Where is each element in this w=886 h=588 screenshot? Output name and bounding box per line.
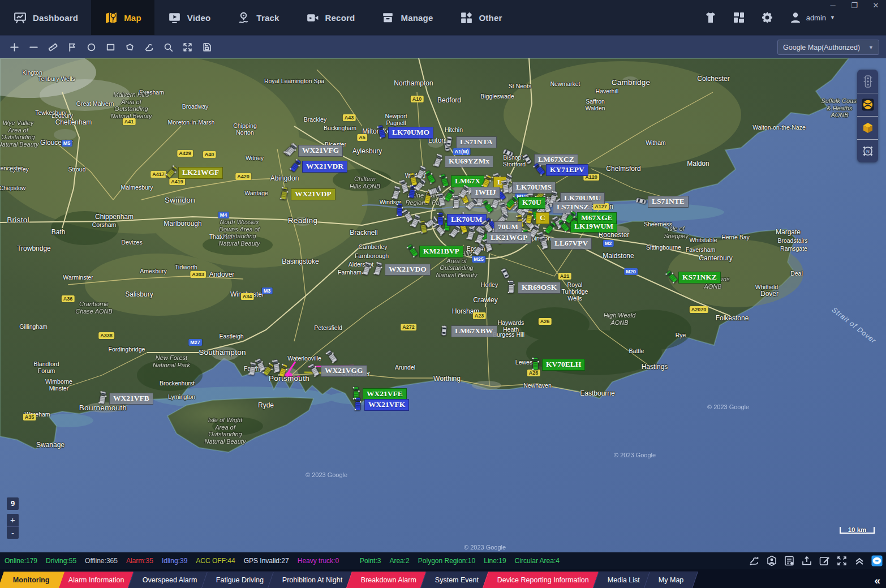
vehicle-label-chip[interactable]: C <box>536 212 549 224</box>
fullscreen-tool[interactable] <box>179 38 196 55</box>
nav-item-other[interactable]: Other <box>446 0 515 35</box>
vehicle-label-chip[interactable]: WX21VGG <box>321 365 367 377</box>
tab-my-map[interactable]: My Map <box>644 572 698 588</box>
vehicle-label-chip[interactable]: WX21VDO <box>385 264 431 276</box>
nav-item-dashboard[interactable]: Dashboard <box>0 0 91 35</box>
main-nav: Dashboard Map Video Track Record Manage <box>0 0 515 35</box>
street-view-button[interactable] <box>857 93 878 116</box>
vehicle-label-chip[interactable]: WX21VDR <box>302 161 347 173</box>
rectangle-draw-tool[interactable] <box>102 38 119 55</box>
traffic-light-icon <box>862 75 874 88</box>
vehicle-truck-icon[interactable] <box>507 280 515 294</box>
vehicle-label-chip[interactable]: WX21VFG <box>298 145 343 157</box>
status-counter-polygon-region: Polygon Region:10 <box>418 557 475 565</box>
minimize-button[interactable]: ─ <box>828 1 837 10</box>
flag-marker-tool[interactable] <box>63 38 80 55</box>
vehicle-label-chip[interactable]: K70U <box>518 197 545 209</box>
nav-item-map[interactable]: Map <box>91 0 154 35</box>
nav-item-record[interactable]: Record <box>293 0 368 35</box>
other-icon <box>459 11 474 25</box>
circle-draw-tool[interactable] <box>83 38 100 55</box>
map-zoom-in-button[interactable]: + <box>7 514 19 526</box>
map-canvas[interactable]: KingtonTenbury WellsGreat MalvernLedbury… <box>0 58 886 552</box>
tabs-collapse-icon[interactable]: « <box>874 575 880 586</box>
vehicle-label-chip[interactable]: 1WHJ <box>471 187 500 199</box>
vehicle-label-chip[interactable]: 70UM <box>494 221 522 233</box>
tab-label: Prohibition At Night <box>282 576 342 584</box>
collapse-panel-icon[interactable] <box>854 555 865 566</box>
vehicle-label-chip[interactable]: LK70UMS <box>512 182 556 194</box>
tab-label: Alarm Information <box>68 576 124 584</box>
zoom-in-tool[interactable] <box>6 38 23 55</box>
vehicle-label-chip[interactable]: KR69OSK <box>518 282 561 294</box>
tab-overspeed-alarm[interactable]: Overspeed Alarm <box>128 572 212 588</box>
driver-info-icon[interactable] <box>766 555 777 566</box>
save-map-tool[interactable] <box>198 38 215 55</box>
map-type-dropdown[interactable]: Google Map(Authorized) ▼ <box>777 40 879 55</box>
theme-skin-icon[interactable] <box>704 11 717 24</box>
tab-label: System Event <box>435 576 479 584</box>
nav-label: Track <box>256 13 279 23</box>
vehicle-label-chip[interactable]: LS71NTA <box>456 136 497 148</box>
nav-item-video[interactable]: Video <box>154 0 224 35</box>
search-tool[interactable] <box>160 38 177 55</box>
restore-button[interactable]: ❐ <box>850 1 859 10</box>
compass-north-button[interactable]: N <box>857 139 878 162</box>
status-counter-line: Line:19 <box>484 557 506 565</box>
statusbar-actions <box>749 552 883 569</box>
map-zoom-out-button[interactable]: - <box>7 526 19 539</box>
vehicle-label-chip[interactable]: M67XGE <box>577 212 617 224</box>
zoom-level-indicator: 9 <box>7 497 19 510</box>
vehicle-label-chip[interactable]: KV70ELH <box>542 359 585 371</box>
nav-item-track[interactable]: Track <box>223 0 292 35</box>
tab-alarm-information[interactable]: Alarm Information <box>54 572 139 588</box>
traffic-layer-button[interactable] <box>857 70 878 93</box>
topbar-actions: admin ▼ <box>704 0 835 35</box>
nav-item-manage[interactable]: Manage <box>368 0 446 35</box>
vehicle-label-chip[interactable]: LS71NTE <box>648 196 689 208</box>
track-playback-icon[interactable] <box>749 555 760 566</box>
tab-device-reporting-information[interactable]: Device Reporting Information <box>483 572 604 588</box>
tab-fatigue-driving[interactable]: Fatigue Driving <box>201 572 278 588</box>
tab-label: Device Reporting Information <box>497 576 589 584</box>
close-button[interactable]: ✕ <box>871 1 880 10</box>
vehicle-truck-icon[interactable] <box>354 397 362 411</box>
vehicle-label-chip[interactable]: LK21WGF <box>178 167 223 179</box>
vehicle-label-chip[interactable]: LK70UMO <box>388 127 433 139</box>
tab-monitoring[interactable]: Monitoring <box>0 572 64 588</box>
vehicle-label-chip[interactable]: WX21VFB <box>109 393 153 405</box>
export-icon[interactable] <box>801 555 812 566</box>
map-3d-button[interactable] <box>857 116 878 139</box>
vehicle-truck-icon[interactable] <box>531 357 540 371</box>
measure-tool[interactable] <box>44 38 61 55</box>
tab-label: Monitoring <box>13 576 50 584</box>
vehicle-label-chip[interactable]: KU69YZMx <box>445 156 493 168</box>
vehicle-label-chip[interactable]: LK21WGP <box>487 232 531 244</box>
tab-prohibition-at-night[interactable]: Prohibition At Night <box>268 572 357 588</box>
tab-breakdown-alarm[interactable]: Breakdown Alarm <box>346 572 431 588</box>
map-icon <box>104 11 118 25</box>
vehicle-label-chip[interactable]: WX21VFK <box>364 399 409 411</box>
vehicle-label-chip[interactable]: LL67VPV <box>550 238 592 250</box>
vehicle-label-chip[interactable]: WX21VFE <box>363 388 407 400</box>
vehicle-label-chip[interactable]: LM67XBW <box>451 325 497 337</box>
vehicle-label-chip[interactable]: KY71EPV <box>546 164 588 176</box>
report-icon[interactable] <box>784 555 795 566</box>
layout-grid-icon[interactable] <box>732 11 746 24</box>
fullscreen-expand-icon[interactable] <box>836 555 848 566</box>
vehicle-label-chip[interactable]: WX21VDP <box>291 188 336 200</box>
vehicle-label-chip[interactable]: KS71NKZ <box>678 272 721 284</box>
zoom-out-tool[interactable] <box>25 38 42 55</box>
map-side-panel: N <box>857 70 878 162</box>
vehicle-car-icon[interactable] <box>440 324 448 337</box>
user-menu[interactable]: admin ▼ <box>789 11 835 24</box>
vehicle-label-chip[interactable]: KM21BVP <box>419 246 463 257</box>
settings-gear-icon[interactable] <box>760 11 774 24</box>
manage-icon <box>381 11 395 25</box>
edit-icon[interactable] <box>819 555 830 566</box>
vehicle-truck-icon[interactable] <box>436 212 445 226</box>
teamviewer-icon[interactable] <box>871 555 883 566</box>
tab-system-event[interactable]: System Event <box>420 572 493 588</box>
polyline-draw-tool[interactable] <box>140 38 157 55</box>
polygon-draw-tool[interactable] <box>121 38 138 55</box>
